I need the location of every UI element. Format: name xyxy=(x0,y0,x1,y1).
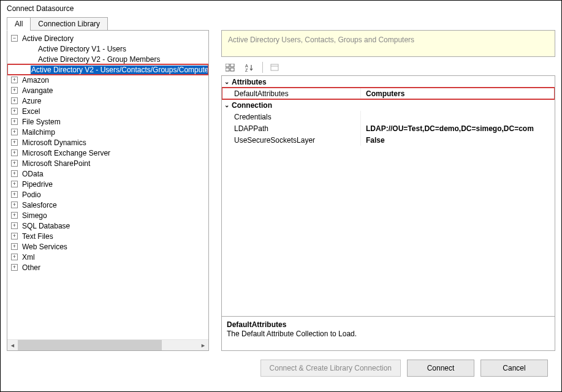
expand-icon[interactable]: + xyxy=(11,149,18,156)
expand-icon[interactable]: + xyxy=(11,222,18,229)
tree-item-label: File System xyxy=(21,118,61,126)
svg-text:Z: Z xyxy=(245,68,248,72)
property-name: Credentials xyxy=(232,111,361,123)
tree-item[interactable]: Active Directory V2 - Group Members xyxy=(7,54,208,64)
scroll-thumb[interactable] xyxy=(18,340,162,350)
scroll-left-icon[interactable]: ◄ xyxy=(7,340,18,350)
tree-item[interactable]: +Web Services xyxy=(7,241,208,252)
property-value[interactable]: Computers xyxy=(361,88,555,99)
collapse-icon[interactable]: − xyxy=(11,35,18,42)
tree-item[interactable]: Active Directory V1 - Users xyxy=(7,43,208,54)
cancel-button[interactable]: Cancel xyxy=(480,360,548,377)
expand-icon[interactable]: + xyxy=(11,87,18,94)
tree-item[interactable]: −Active Directory xyxy=(7,33,208,43)
expand-icon[interactable]: + xyxy=(11,202,18,208)
scroll-track[interactable] xyxy=(18,340,198,350)
tree-item-label: Amazon xyxy=(21,76,50,85)
property-grid-body[interactable]: ⌄AttributesDefaultAttributesComputers⌄Co… xyxy=(222,76,555,316)
property-row[interactable]: Credentials xyxy=(222,111,555,123)
property-value[interactable] xyxy=(361,111,555,123)
property-help-text: The Default Attribute Collection to Load… xyxy=(227,330,550,338)
expand-icon[interactable]: + xyxy=(11,118,18,125)
tree-item-label: SQL Database xyxy=(21,222,70,230)
svg-rect-6 xyxy=(271,64,278,70)
tree-connector xyxy=(27,45,34,52)
datasource-tree-panel: −Active DirectoryActive Directory V1 - U… xyxy=(7,30,209,351)
expand-icon[interactable]: + xyxy=(11,181,18,187)
tree-item[interactable]: +Other xyxy=(7,262,208,273)
tree-item[interactable]: +Microsoft SharePoint xyxy=(7,158,208,168)
tab-library-label: Connection Library xyxy=(38,20,100,28)
tree-item[interactable]: +Text Files xyxy=(7,231,208,241)
expand-icon[interactable]: + xyxy=(11,160,18,167)
expand-icon[interactable]: + xyxy=(11,191,18,198)
tree-item[interactable]: +Avangate xyxy=(7,85,208,96)
expand-icon[interactable]: + xyxy=(11,139,18,146)
chevron-down-icon: ⌄ xyxy=(222,102,232,108)
tree-item-label: Active Directory xyxy=(21,34,74,43)
propgrid-toolbar: A Z xyxy=(221,61,555,74)
tree-scrollbar-horizontal[interactable]: ◄ ► xyxy=(7,339,208,350)
expand-icon[interactable]: + xyxy=(11,212,18,219)
datasource-tree[interactable]: −Active DirectoryActive Directory V1 - U… xyxy=(7,31,208,339)
svg-text:A: A xyxy=(245,64,248,68)
property-category[interactable]: ⌄Connection xyxy=(222,99,555,111)
property-row[interactable]: UseSecureSocketsLayerFalse xyxy=(222,134,555,146)
expand-icon[interactable]: + xyxy=(11,243,18,250)
property-row[interactable]: LDAPPathLDAP://OU=Test,DC=demo,DC=simego… xyxy=(222,123,555,134)
tree-item-selected[interactable]: Active Directory V2 - Users/Contacts/Gro… xyxy=(7,64,208,75)
property-category[interactable]: ⌄Attributes xyxy=(222,76,555,88)
property-value[interactable]: False xyxy=(361,134,555,146)
tree-item-label: Xml xyxy=(21,253,36,262)
main-pane: −Active DirectoryActive Directory V1 - U… xyxy=(7,30,555,351)
property-category-label: Attributes xyxy=(232,78,267,86)
property-row[interactable]: DefaultAttributesComputers xyxy=(222,88,555,99)
tab-strip: All Connection Library xyxy=(7,17,555,31)
expand-icon[interactable]: + xyxy=(11,254,18,260)
scroll-right-icon[interactable]: ► xyxy=(198,340,208,350)
svg-rect-3 xyxy=(230,68,234,71)
tree-item[interactable]: +Mailchimp xyxy=(7,127,208,137)
right-column: Active Directory Users, Contacts, Groups… xyxy=(221,30,555,351)
expand-icon[interactable]: + xyxy=(11,264,18,271)
tree-item[interactable]: +Pipedrive xyxy=(7,179,208,189)
property-value[interactable]: LDAP://OU=Test,DC=demo,DC=simego,DC=com xyxy=(361,123,555,134)
expand-icon[interactable]: + xyxy=(11,97,18,104)
tree-item-label: Avangate xyxy=(21,86,54,95)
tree-item[interactable]: +Excel xyxy=(7,106,208,116)
expand-icon[interactable]: + xyxy=(11,170,18,177)
tree-item[interactable]: +Salesforce xyxy=(7,200,208,210)
property-pages-icon xyxy=(270,64,280,72)
property-name: LDAPPath xyxy=(232,123,361,134)
expand-icon[interactable]: + xyxy=(11,77,18,83)
tree-item-label: Text Files xyxy=(21,232,54,241)
tree-item[interactable]: +Microsoft Dynamics xyxy=(7,137,208,148)
tree-item[interactable]: +Podio xyxy=(7,189,208,200)
tree-item-label: Web Services xyxy=(21,243,68,251)
expand-icon[interactable]: + xyxy=(11,108,18,115)
connect-button[interactable]: Connect xyxy=(407,360,474,377)
tree-item[interactable]: +SQL Database xyxy=(7,221,208,231)
toolbar-divider xyxy=(262,62,263,73)
content-area: All Connection Library −Active Directory… xyxy=(1,17,561,391)
expand-icon[interactable]: + xyxy=(11,129,18,135)
alphabetical-view-button[interactable]: A Z xyxy=(241,60,259,75)
tree-item[interactable]: +Amazon xyxy=(7,75,208,85)
cancel-label: Cancel xyxy=(503,364,525,372)
categorized-view-button[interactable] xyxy=(221,60,240,75)
tree-item[interactable]: +OData xyxy=(7,168,208,179)
tree-item[interactable]: +Microsoft Exchange Server xyxy=(7,148,208,158)
tree-item[interactable]: +Simego xyxy=(7,210,208,221)
expand-icon[interactable]: + xyxy=(11,233,18,239)
tree-item[interactable]: +File System xyxy=(7,116,208,127)
tree-item[interactable]: +Azure xyxy=(7,96,208,106)
property-pages-button[interactable] xyxy=(266,60,284,75)
tab-all[interactable]: All xyxy=(7,17,31,31)
tree-connector xyxy=(27,56,34,62)
tab-connection-library[interactable]: Connection Library xyxy=(30,17,108,31)
connect-create-library-button[interactable]: Connect & Create Library Connection xyxy=(260,360,401,377)
tree-item[interactable]: +Xml xyxy=(7,252,208,262)
tree-item-label: Pipedrive xyxy=(21,180,53,189)
tree-item-label: Active Directory V1 - Users xyxy=(37,45,127,53)
chevron-down-icon: ⌄ xyxy=(222,78,232,85)
